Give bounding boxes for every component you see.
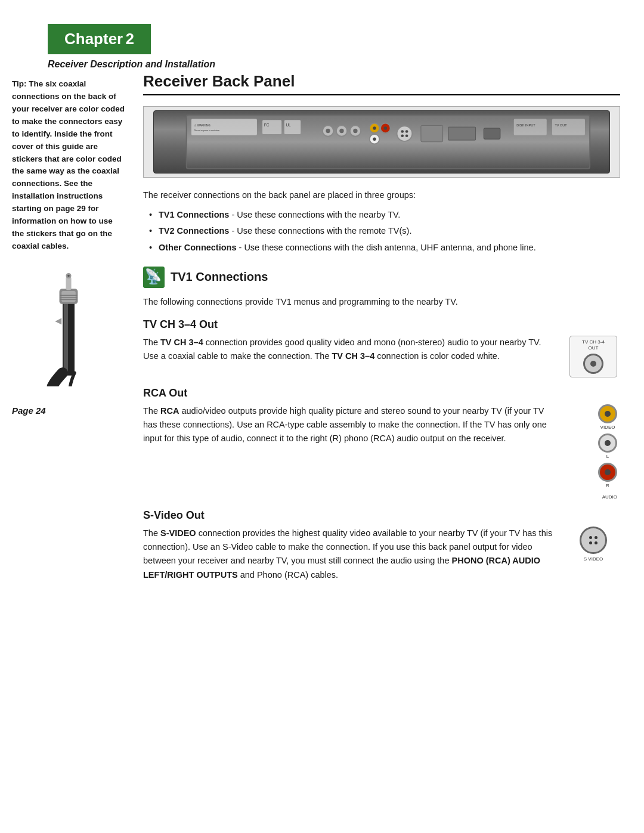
svg-point-33 (401, 130, 404, 133)
rca-content-row: The RCA audio/video outputs provide high… (143, 404, 620, 500)
tvch-content-row: The TV CH 3–4 connection provides good q… (143, 336, 620, 377)
bullet-label-1: TV1 Connections (159, 210, 229, 219)
svideo-heading: S-Video Out (143, 509, 620, 522)
intro-text: The receiver connections on the back pan… (143, 188, 620, 202)
list-item: TV2 Connections - Use these connections … (149, 224, 620, 238)
rca-audio-label: AUDIO (602, 494, 617, 500)
tv1-intro: The following connections provide TV1 me… (143, 295, 620, 309)
bullet-text-1: - Use these connections with the nearby … (229, 210, 400, 219)
main-layout: Tip: The six coaxial connections on the … (0, 72, 644, 614)
tvch-text: The TV CH 3–4 connection provides good q… (143, 336, 566, 363)
bullet-text-3: - Use these connections with the dish an… (237, 243, 536, 252)
tvch-connector-block: TV CH 3-4 OUT (569, 336, 617, 377)
svideo-pin-4 (595, 541, 597, 544)
rca-l-circle (598, 433, 617, 453)
svideo-connector-image: S VIDEO (566, 527, 620, 562)
svg-point-6 (67, 275, 70, 277)
rca-r-inner (605, 469, 611, 475)
svg-point-27 (373, 126, 376, 130)
subtitle: Receiver Description and Installation (48, 59, 644, 70)
svg-marker-10 (55, 318, 61, 324)
svg-text:DISH INPUT: DISH INPUT (517, 123, 536, 127)
bullet-list: TV1 Connections - Use these connections … (143, 208, 620, 255)
svg-text:UL: UL (286, 123, 292, 127)
svideo-label: S VIDEO (584, 556, 603, 562)
rca-body: The RCA audio/video outputs provide high… (143, 404, 557, 446)
rca-heading: RCA Out (143, 387, 620, 400)
tv1-icon: 📡 (143, 267, 165, 288)
svg-point-35 (401, 135, 404, 138)
tvch-body: The TV CH 3–4 connection provides good q… (143, 336, 557, 363)
svg-text:Do not expose to moisture: Do not expose to moisture (194, 129, 220, 132)
rca-text: The RCA audio/video outputs provide high… (143, 404, 566, 446)
rca-l-label: L (606, 454, 609, 459)
main-content: Receiver Back Panel (137, 72, 644, 614)
svg-point-29 (373, 138, 376, 141)
rca-video-circle (598, 404, 617, 423)
rca-r-circle (598, 463, 617, 482)
tv1-heading: 📡 TV1 Connections (143, 267, 620, 288)
svg-rect-1 (64, 301, 68, 374)
svg-rect-44 (143, 267, 165, 288)
rca-r-label: R (606, 483, 609, 488)
sidebar: Tip: The six coaxial connections on the … (0, 72, 137, 614)
svg-text:⚠ WARNING: ⚠ WARNING (194, 124, 211, 127)
svg-point-21 (326, 129, 330, 133)
rca-l-row: L (598, 433, 617, 459)
receiver-inner: ⚠ WARNING Do not expose to moisture FC U… (153, 110, 610, 174)
rca-r-row: R (598, 463, 617, 488)
bullet-label-3: Other Connections (159, 243, 237, 252)
tvch-coax-circle (583, 354, 603, 374)
svg-point-32 (397, 126, 413, 141)
rca-video-label: VIDEO (600, 425, 615, 430)
svg-rect-38 (448, 127, 476, 140)
rca-connectors: VIDEO L (569, 404, 617, 500)
svg-text:TV OUT: TV OUT (555, 123, 568, 127)
receiver-back-panel-image: ⚠ WARNING Do not expose to moisture FC U… (143, 106, 620, 178)
svideo-text: The S-VIDEO connection provides the high… (143, 527, 566, 582)
svg-text:FC: FC (264, 123, 270, 127)
svideo-pin-1 (589, 536, 592, 539)
page-number: Page 24 (12, 404, 125, 418)
svg-rect-3 (61, 291, 76, 302)
receiver-svg: ⚠ WARNING Do not expose to moisture FC U… (172, 114, 605, 169)
bullet-text-2: - Use these connections with the remote … (229, 226, 411, 236)
tvch-coax-inner (590, 361, 596, 367)
svideo-body: The S-VIDEO connection provides the high… (143, 527, 557, 582)
svg-point-36 (405, 135, 408, 138)
svg-point-25 (353, 129, 357, 133)
chapter-label: Chapter (64, 30, 123, 48)
svg-point-31 (384, 126, 388, 130)
rca-video-inner (605, 411, 611, 417)
svg-text:📡: 📡 (147, 271, 162, 285)
tvch-connector: TV CH 3-4 OUT (569, 336, 617, 377)
chapter-header: Chapter 2 (48, 24, 151, 54)
rca-l-inner (605, 440, 611, 446)
list-item: TV1 Connections - Use these connections … (149, 208, 620, 222)
svg-point-23 (340, 129, 344, 133)
svg-rect-4 (66, 277, 71, 290)
coax-cable-svg (36, 267, 101, 386)
bullet-label-2: TV2 Connections (159, 226, 229, 236)
svideo-pins (589, 536, 597, 544)
svideo-content-row: The S-VIDEO connection provides the high… (143, 527, 620, 582)
tvch-heading: TV CH 3–4 Out (143, 318, 620, 331)
svideo-pin-3 (589, 541, 592, 544)
chapter-number: 2 (125, 30, 134, 48)
svg-rect-39 (484, 128, 501, 139)
svideo-connector (580, 527, 607, 554)
tvch-connector-label: TV CH 3-4 OUT (582, 339, 605, 351)
rca-video-row: VIDEO (598, 404, 617, 430)
tip-text: Tip: The six coaxial connections on the … (12, 78, 125, 253)
coax-image-container (12, 267, 125, 386)
section-title: Receiver Back Panel (143, 72, 620, 95)
rca-connector-image: VIDEO L (566, 404, 620, 500)
tv1-section-heading: TV1 Connections (171, 270, 268, 284)
page-wrapper: Chapter 2 Receiver Description and Insta… (0, 0, 644, 833)
svideo-pin-2 (595, 536, 597, 539)
svideo-connector-block: S VIDEO (580, 527, 607, 562)
tvch-connector-image: TV CH 3-4 OUT (566, 336, 620, 377)
svg-point-34 (405, 130, 408, 133)
list-item: Other Connections - Use these connection… (149, 241, 620, 255)
svg-rect-37 (421, 125, 443, 142)
